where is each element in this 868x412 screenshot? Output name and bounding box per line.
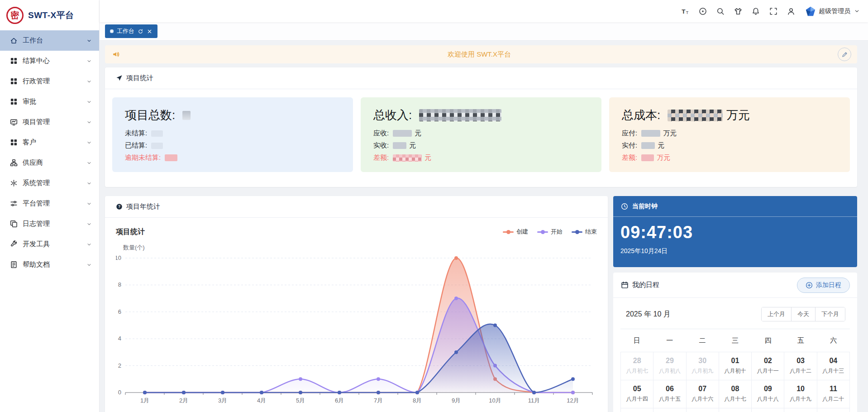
- search-icon[interactable]: [715, 6, 725, 16]
- dashboard-row: ? 项目年统计 项目统计 创建 开始 结束 数量: [105, 196, 857, 412]
- sidebar-item[interactable]: 供应商: [0, 153, 99, 173]
- locale-icon[interactable]: [698, 6, 708, 16]
- calendar-cell[interactable]: 29 八月初八: [653, 352, 686, 380]
- legend-label: 创建: [516, 228, 528, 236]
- project-year-card: ? 项目年统计 项目统计 创建 开始 结束 数量: [105, 196, 608, 412]
- calendar-cell[interactable]: 18: [817, 408, 850, 412]
- sidebar-item[interactable]: 工作台: [0, 30, 99, 51]
- redacted-value: [641, 154, 654, 161]
- svg-text:11月: 11月: [528, 397, 540, 404]
- calendar-day: 29: [653, 357, 686, 365]
- refresh-icon[interactable]: [138, 29, 143, 34]
- chevron-down-icon: [86, 262, 92, 268]
- profile-icon[interactable]: [786, 6, 796, 16]
- sidebar-item[interactable]: 项目管理: [0, 112, 99, 132]
- clock-time: 09:47:03: [613, 217, 857, 242]
- calendar-grid: 28 八月初七29 八月初八30 八月初九01 八月初十02 八月十一03 八月…: [620, 352, 850, 412]
- calendar-cell[interactable]: 16: [752, 408, 784, 412]
- calendar-cell[interactable]: 03 八月十二: [784, 352, 817, 380]
- legend-item[interactable]: 创建: [503, 228, 528, 236]
- tab-workbench[interactable]: 工作台: [105, 24, 157, 38]
- redacted-value: [151, 130, 163, 137]
- sidebar-item[interactable]: 客户: [0, 132, 99, 153]
- legend-swatch-icon: [537, 230, 548, 234]
- month-nav-button[interactable]: 今天: [791, 307, 815, 321]
- project-stats-title: 项目统计: [126, 74, 153, 82]
- sidebar-item[interactable]: 结算中心: [0, 51, 99, 71]
- month-label: 2025 年 10 月: [626, 310, 671, 319]
- fullscreen-icon[interactable]: [768, 6, 778, 16]
- user-menu[interactable]: 超级管理员: [806, 6, 860, 16]
- calendar-cell[interactable]: 02 八月十一: [752, 352, 784, 380]
- calendar-lunar: 八月初八: [653, 367, 686, 375]
- calendar-day: 05: [621, 385, 653, 393]
- stat-row: 逾期未结算:: [125, 153, 340, 162]
- calendar-cell[interactable]: 17: [784, 408, 817, 412]
- calendar-cell[interactable]: 08 八月十七: [719, 380, 752, 408]
- tab-label: 工作台: [117, 27, 134, 35]
- legend-label: 开始: [551, 228, 563, 236]
- stat-row-unit: 万元: [657, 153, 670, 162]
- seal-logo-icon: 密: [6, 7, 24, 24]
- calendar-cell[interactable]: 28 八月初七: [621, 352, 653, 380]
- svg-text:T: T: [682, 8, 686, 14]
- font-size-icon[interactable]: TT: [680, 6, 690, 16]
- sidebar-item[interactable]: 开发工具: [0, 234, 99, 254]
- calendar-lunar: 八月二十: [817, 395, 849, 403]
- stat-row-label: 应收:: [373, 129, 389, 138]
- sidebar-item[interactable]: 平台管理: [0, 193, 99, 214]
- sidebar-item[interactable]: 审批: [0, 91, 99, 112]
- redacted-value: [182, 111, 191, 120]
- calendar-day: 10: [784, 385, 816, 393]
- clock-title: 当前时钟: [632, 202, 658, 211]
- sidebar-item[interactable]: 帮助文档: [0, 254, 99, 275]
- sidebar-item[interactable]: 行政管理: [0, 71, 99, 91]
- chevron-down-icon: [86, 201, 92, 206]
- chevron-down-icon: [86, 242, 92, 247]
- legend-item[interactable]: 结束: [572, 228, 597, 236]
- notification-bell-icon[interactable]: [751, 6, 761, 16]
- month-row: 2025 年 10 月 上个月今天下个月: [620, 301, 850, 329]
- sidebar-item[interactable]: 系统管理: [0, 173, 99, 193]
- calendar-day: 01: [719, 357, 751, 365]
- calendar-cell[interactable]: 04 八月十三: [817, 352, 850, 380]
- month-nav-button[interactable]: 上个月: [762, 307, 791, 321]
- calendar-cell[interactable]: 11 八月二十: [817, 380, 850, 408]
- calendar-cell[interactable]: 10 八月十九: [784, 380, 817, 408]
- sidebar-item[interactable]: 日志管理: [0, 214, 99, 234]
- sidebar-item-label: 工作台: [23, 36, 43, 45]
- calendar-lunar: 八月十三: [817, 367, 849, 375]
- stat-row: 已结算:: [125, 141, 340, 150]
- calendar-cell[interactable]: 30 八月初九: [687, 352, 719, 380]
- calendar-cell[interactable]: 05 八月十四: [621, 380, 653, 408]
- grid-icon: [10, 139, 18, 146]
- legend-item[interactable]: 开始: [537, 228, 563, 236]
- month-nav-button[interactable]: 下个月: [815, 307, 845, 321]
- clock-header: 当前时钟: [613, 196, 857, 217]
- calendar-cell[interactable]: 06 八月十五: [653, 380, 686, 408]
- chart-legend: 创建 开始 结束: [503, 228, 597, 236]
- edit-button[interactable]: [838, 48, 851, 61]
- stat-card: 总成本:万元 应付: 万元 实付: 元 差额: 万元: [609, 97, 850, 172]
- stat-row: 应付: 万元: [622, 129, 837, 138]
- svg-text:3月: 3月: [218, 397, 227, 404]
- calendar-cell[interactable]: 12: [621, 408, 653, 412]
- sidebar-item-label: 审批: [23, 97, 36, 106]
- calendar-day: 28: [621, 357, 653, 365]
- add-schedule-button[interactable]: 添加日程: [797, 278, 850, 293]
- calendar-cell[interactable]: 09 八月十八: [752, 380, 784, 408]
- redacted-value: [668, 110, 723, 121]
- weekday-label: 五: [784, 336, 817, 345]
- svg-text:2月: 2月: [179, 397, 188, 404]
- calendar-cell[interactable]: 15: [719, 408, 752, 412]
- calendar-cell[interactable]: 07 八月十六: [687, 380, 719, 408]
- app-logo: 密 SWT-X平台: [0, 0, 99, 30]
- stat-row-label: 差额:: [622, 153, 637, 162]
- close-icon[interactable]: [147, 29, 153, 34]
- theme-icon[interactable]: [733, 6, 743, 16]
- calendar-cell[interactable]: 14: [687, 408, 719, 412]
- right-column: 当前时钟 09:47:03 2025年10月24日 我的日程: [613, 196, 857, 412]
- svg-text:6月: 6月: [335, 397, 344, 404]
- calendar-cell[interactable]: 13: [653, 408, 686, 412]
- calendar-cell[interactable]: 01 八月初十: [719, 352, 752, 380]
